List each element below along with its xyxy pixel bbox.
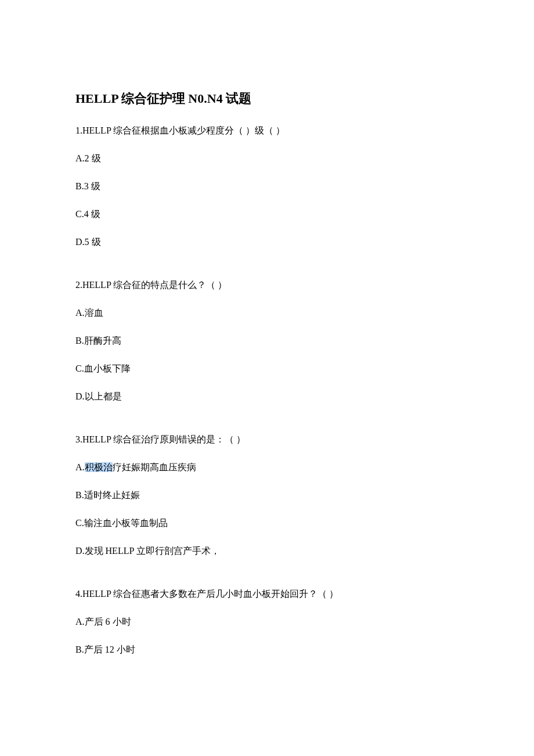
document-title: HELLP 综合征护理 N0.N4 试题 [75,90,459,107]
option-b: B.产后 12 小时 [75,643,459,657]
option-a: A.积极治疗妊娠期高血压疾病 [75,460,459,474]
question-4: 4.HELLP 综合征惠者大多数在产后几小时血小板开始回升？（ ） A.产后 6… [75,587,459,657]
option-a: A.2 级 [75,152,459,165]
question-1: 1.HELLP 综合征根据血小板减少程度分（ ）级（ ） A.2 级 B.3 级… [75,124,459,249]
question-2: 2.HELLP 综合征的特点是什么？（ ） A.溶血 B.肝酶升高 C.血小板下… [75,278,459,404]
option-b: B.肝酶升高 [75,334,459,348]
question-3: 3.HELLP 综合征治疗原则错误的是：（ ） A.积极治疗妊娠期高血压疾病 B… [75,433,459,558]
option-b: B.适时终止妊娠 [75,488,459,502]
option-c: C.血小板下降 [75,362,459,376]
text-highlight: 积极治 [85,462,113,472]
option-c: C.4 级 [75,207,459,221]
question-stem: 3.HELLP 综合征治疗原则错误的是：（ ） [75,433,459,447]
question-stem: 1.HELLP 综合征根据血小板减少程度分（ ）级（ ） [75,124,459,138]
option-c: C.输注血小板等血制品 [75,516,459,530]
option-a: A.溶血 [75,306,459,320]
question-stem: 4.HELLP 综合征惠者大多数在产后几小时血小板开始回升？（ ） [75,587,459,601]
option-d: D.以上都是 [75,390,459,404]
question-stem: 2.HELLP 综合征的特点是什么？（ ） [75,278,459,292]
option-d: D.5 级 [75,235,459,249]
option-b: B.3 级 [75,179,459,193]
option-a: A.产后 6 小时 [75,615,459,629]
option-d: D.发现 HELLP 立即行剖宫产手术， [75,544,459,558]
